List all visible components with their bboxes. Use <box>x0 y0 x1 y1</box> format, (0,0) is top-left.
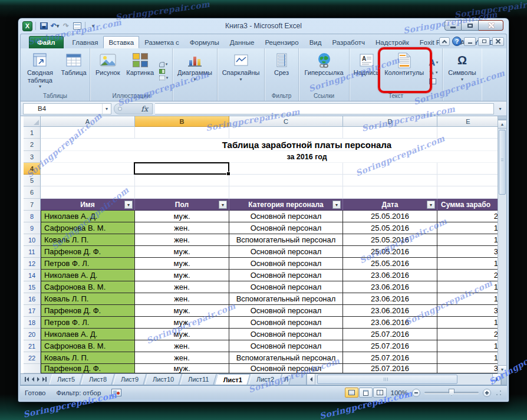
cell-date[interactable]: 25.05.2016 <box>343 258 437 270</box>
row-header[interactable]: 15 <box>24 281 41 293</box>
cell-gender[interactable]: муж. <box>135 211 229 222</box>
cell-category[interactable]: Основной персонал <box>229 364 343 373</box>
select-all-corner[interactable] <box>24 116 41 127</box>
pivot-table-button[interactable]: Сводная таблица ▾ <box>22 50 58 92</box>
row-header[interactable]: 8 <box>24 211 41 222</box>
cell-name[interactable]: Парфенов Д. Ф. <box>41 246 135 258</box>
cell-gender[interactable]: муж. <box>135 329 229 340</box>
cell-sum[interactable]: 1 <box>437 234 498 246</box>
filter-dropdown-button[interactable]: ▾ <box>427 201 435 209</box>
tab-9[interactable]: Надстройк <box>370 36 414 48</box>
sheet-tab-Лист10[interactable]: Лист10 <box>145 374 182 385</box>
cell[interactable] <box>343 127 437 139</box>
cell-gender[interactable]: муж. <box>135 317 229 329</box>
row-header[interactable] <box>24 364 41 373</box>
cell[interactable] <box>343 186 437 199</box>
cell-sum[interactable]: 3 <box>437 364 498 373</box>
cell-date[interactable]: 25.07.2016 <box>343 340 437 352</box>
zoom-in-button[interactable] <box>483 389 491 397</box>
object-button[interactable] <box>429 78 439 84</box>
cell-sum[interactable]: 1 <box>437 258 498 270</box>
scroll-right-button[interactable] <box>492 374 501 385</box>
help-button[interactable]: ? <box>452 37 462 46</box>
cell-category[interactable]: Основной персонал <box>229 258 343 270</box>
cell-gender[interactable]: жен. <box>135 234 229 246</box>
cell-category[interactable]: Основной персонал <box>229 246 343 258</box>
cell-gender[interactable]: жен. <box>135 352 229 364</box>
collapse-ribbon-button[interactable] <box>439 37 450 46</box>
cell[interactable] <box>41 175 135 186</box>
vertical-scroll-thumb[interactable] <box>499 130 506 195</box>
row-header[interactable]: 2 <box>24 139 41 151</box>
row-header[interactable]: 21 <box>24 340 41 352</box>
column-header-C[interactable]: C <box>229 116 343 127</box>
cell-date[interactable]: 23.06.2016 <box>343 281 437 293</box>
sheet-tab-Лист1[interactable]: Лист1 <box>215 374 250 385</box>
tab-4[interactable]: Формулы <box>185 36 225 48</box>
cell[interactable] <box>41 163 135 175</box>
cell-gender[interactable]: муж. <box>135 246 229 258</box>
cell-category[interactable]: Основной персонал <box>229 305 343 317</box>
cell-gender[interactable]: жен. <box>135 293 229 305</box>
textbox-button[interactable]: A Надпись <box>352 50 381 92</box>
sheet-tab-Лист2[interactable]: Лист2 <box>248 374 282 385</box>
cell-category[interactable]: Основной персонал <box>229 270 343 281</box>
cell[interactable] <box>437 127 498 139</box>
workbook-restore-button[interactable] <box>478 37 490 46</box>
cell[interactable] <box>135 175 229 186</box>
cell-date[interactable]: 23.06.2016 <box>343 270 437 281</box>
cell[interactable] <box>229 163 343 175</box>
scroll-left-button[interactable] <box>307 374 315 385</box>
row-header[interactable]: 14 <box>24 270 41 281</box>
cell-name[interactable]: Коваль Л. П. <box>41 234 135 246</box>
cell-category[interactable]: Вспомогательный персонал <box>229 293 343 305</box>
cell-gender[interactable]: муж. <box>135 270 229 281</box>
cell-name[interactable]: Парфенов Д. Ф. <box>41 364 135 373</box>
cell[interactable] <box>41 186 135 199</box>
zoom-level[interactable]: 100% <box>391 389 408 396</box>
row-header[interactable]: 4 <box>24 163 41 175</box>
clipart-button[interactable]: Картинка <box>124 50 157 92</box>
cell-sum[interactable]: 1 <box>437 317 498 329</box>
page-layout-view-button[interactable] <box>359 388 373 398</box>
cell-gender[interactable]: муж. <box>135 364 229 373</box>
zoom-slider-thumb[interactable] <box>449 389 454 396</box>
cell-gender[interactable]: жен. <box>135 222 229 234</box>
first-sheet-button[interactable] <box>25 377 29 382</box>
customize-qat-button[interactable]: ▾ <box>88 21 98 31</box>
cell-category[interactable]: Основной персонал <box>229 317 343 329</box>
merged-cell[interactable]: Таблица заработной платы персонала <box>41 139 498 151</box>
name-box-dropdown[interactable]: ▾ <box>102 104 111 114</box>
sheet-tab-Л[interactable]: Л <box>280 374 292 385</box>
cell-gender[interactable]: жен. <box>135 340 229 352</box>
sheet-tab-Лист5[interactable]: Лист5 <box>49 374 83 385</box>
column-header-A[interactable]: A <box>41 116 135 127</box>
tab-file[interactable]: Файл <box>29 36 64 48</box>
cell-sum[interactable]: 2 <box>437 329 498 340</box>
cell-name[interactable]: Сафронова В. М. <box>41 340 135 352</box>
cell[interactable] <box>229 175 343 186</box>
row-header[interactable]: 10 <box>24 234 41 246</box>
row-header[interactable]: 1 <box>24 127 41 139</box>
page-break-view-button[interactable] <box>373 388 387 398</box>
tab-7[interactable]: Вид <box>304 36 327 48</box>
wordart-button[interactable]: A▾ <box>429 58 439 67</box>
cell-name[interactable]: Сафронова В. М. <box>41 222 135 234</box>
cell-category[interactable]: Основной персонал <box>229 281 343 293</box>
tab-split-handle[interactable] <box>501 374 506 385</box>
tab-8[interactable]: Разработч <box>327 36 370 48</box>
cell-gender[interactable]: муж. <box>135 258 229 270</box>
macro-record-icon[interactable] <box>111 389 121 396</box>
tab-6[interactable]: Рецензиро <box>259 36 304 48</box>
save-button[interactable] <box>39 21 48 31</box>
last-sheet-button[interactable] <box>42 377 47 382</box>
cell-sum[interactable]: 2 <box>437 270 498 281</box>
column-header-D[interactable]: D <box>343 116 437 127</box>
zoom-slider[interactable] <box>424 392 479 393</box>
vertical-scrollbar[interactable]: ▲ ▼ <box>498 116 506 373</box>
column-header-B[interactable]: B <box>135 116 229 127</box>
cell-category[interactable]: Вспомогательный персонал <box>229 234 343 246</box>
cell-category[interactable]: Основной персонал <box>229 222 343 234</box>
cell-name[interactable]: Николаев А. Д. <box>41 211 135 222</box>
tab-3[interactable]: Разметка с <box>139 36 185 48</box>
